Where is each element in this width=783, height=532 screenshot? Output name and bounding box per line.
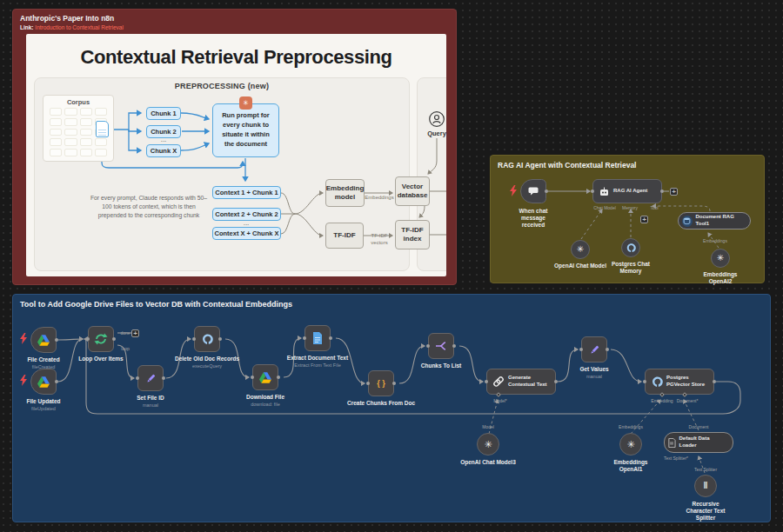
split-out-icon [435, 340, 447, 352]
port-model: Model [482, 424, 494, 429]
loop-icon [94, 332, 108, 346]
loop-done-plus-button[interactable]: + [131, 329, 139, 337]
n8n-canvas[interactable]: Anthropic's Paper Into n8n Link: Introdu… [0, 0, 783, 532]
node-loop-over-items[interactable] [88, 326, 114, 352]
node-chat-trigger[interactable] [520, 179, 546, 203]
sticky-note-tool[interactable]: Tool to Add Google Drive Files to Vector… [12, 294, 771, 522]
chat-trigger-label: When chat message received [511, 208, 556, 229]
port-document: Document [689, 424, 709, 429]
tfidf-index-box: TF-IDF index [395, 220, 430, 249]
node-openai-chat-model[interactable]: ✳ [571, 240, 590, 259]
extract-sub: Extract From Text File [294, 362, 340, 368]
node-generate-contextual-text[interactable]: Generate Contextual Text [486, 369, 556, 395]
context-ellipsis: ... [244, 222, 250, 225]
node-rag-ai-agent[interactable]: RAG AI Agent [592, 179, 662, 203]
postgres-icon [201, 333, 213, 345]
port-memory: Memory [622, 205, 638, 210]
node-get-values[interactable] [581, 336, 607, 362]
link-text[interactable]: Introduction to Contextual Retrieval [35, 24, 124, 30]
port-text-splitter: Text Splitter [694, 467, 717, 472]
node-create-chunks[interactable]: { } [368, 370, 394, 396]
delete-old-sub: executeQuery [192, 363, 222, 369]
pencil-icon [589, 344, 600, 356]
chunk-ellipsis: ... [161, 138, 167, 142]
preprocessing-header: PREPROCESSING (new) [175, 82, 269, 90]
set-file-id-sub: manual [143, 402, 158, 408]
openai-icon: ✳ [577, 245, 584, 254]
node-chunks-to-list[interactable] [428, 333, 454, 359]
node-openai-chat-model3[interactable]: ✳ [477, 433, 499, 456]
node-document-rag-tool[interactable]: Document RAG Tool1 [678, 212, 751, 229]
node-embeddings-openai2[interactable]: ✳ [711, 249, 730, 268]
loop-label: Loop Over Items [78, 356, 123, 362]
openai3-label: OpenAI Chat Model3 [460, 459, 516, 466]
selected-document-icon [96, 121, 109, 137]
claude-icon: ✳ [239, 96, 252, 110]
query-icon [428, 110, 445, 128]
postgres-icon [626, 243, 636, 253]
node-extract-document-text[interactable] [304, 325, 331, 351]
agent-tool-plus-button[interactable]: + [640, 216, 648, 223]
port-chat-model: Chat Model [593, 205, 616, 210]
port-document-star: Document* [677, 398, 699, 403]
agent-output-plus-button[interactable]: + [670, 188, 678, 196]
node-recursive-splitter[interactable]: ‖ [694, 475, 717, 497]
rag-note-title: RAG AI Agent with Contextual Retrieval [498, 161, 636, 170]
node-delete-old-doc-records[interactable] [194, 326, 220, 352]
robot-icon [599, 186, 610, 197]
data-loader-label: Default Data Loader [679, 436, 726, 449]
node-default-data-loader[interactable]: Default Data Loader [664, 432, 733, 453]
embeddings1-label: Embeddings OpenAI1 [612, 459, 650, 473]
download-file-sub: download: file [251, 402, 280, 407]
postgres-icon [651, 376, 663, 388]
file-icon [668, 438, 676, 448]
vector-database-box: Vector database [395, 176, 430, 206]
tool-note-title: Tool to Add Google Drive Files to Vector… [20, 300, 292, 309]
file-created-label: File Created [27, 356, 59, 363]
chunk-1-box: Chunk 1 [146, 107, 181, 120]
openai-icon: ✳ [626, 440, 634, 449]
node-embeddings-openai1[interactable]: ✳ [619, 433, 642, 456]
extract-label: Extract Document Text [287, 355, 348, 362]
node-postgres-pgvector-store[interactable]: Postgres PGVector Store [645, 369, 714, 395]
document-icon [312, 332, 323, 344]
node-set-file-id[interactable] [137, 365, 164, 391]
vector-db-tool-icon [683, 216, 691, 225]
node-file-updated[interactable] [30, 369, 57, 395]
delete-old-label: Delete Old Doc Records [175, 356, 239, 362]
paper-note-title: Anthropic's Paper Into n8n [20, 14, 114, 23]
run-prompt-box: Run prompt for every chunk to situate it… [212, 103, 279, 157]
sticky-note-rag[interactable]: RAG AI Agent with Contextual Retrieval W… [490, 155, 765, 283]
port-embedding: Embedding [651, 398, 673, 403]
openai-icon: ✳ [717, 254, 724, 263]
node-file-created[interactable] [30, 327, 57, 353]
chain-link-icon [492, 376, 505, 388]
chunks-to-list-label: Chunks To List [421, 362, 461, 369]
google-drive-icon [37, 376, 50, 388]
embedding-model-box: Embedding model [325, 179, 365, 207]
query-label: Query [427, 130, 446, 137]
trigger-bolt-icon [20, 333, 27, 344]
paper-note-link-line: Link: Introduction to Contextual Retriev… [20, 24, 124, 30]
link-label: Link: [20, 24, 34, 30]
port-loop: loop [121, 346, 129, 351]
chunk-x-box: Chunk X [146, 144, 181, 157]
google-drive-icon [37, 335, 50, 346]
trigger-bolt-icon [20, 375, 27, 386]
tfidf-box: TF-IDF [325, 223, 364, 249]
sticky-note-paper[interactable]: Anthropic's Paper Into n8n Link: Introdu… [12, 9, 457, 285]
corpus-label: Corpus [44, 98, 113, 106]
port-model-star: Model* [493, 398, 507, 403]
context-1-box: Context 1 + Chunk 1 [212, 186, 281, 199]
get-values-label: Get Values [579, 366, 608, 373]
google-drive-icon [259, 372, 271, 383]
context-x-box: Context X + Chunk X [212, 227, 281, 240]
port-embeddings: Embeddings [619, 424, 643, 429]
tfidf-vectors-edge-label: TF-IDF vectors [366, 233, 392, 247]
doc-tool-label: Document RAG Tool1 [696, 214, 744, 228]
postgres-chat-memory-label: Postgres Chat Memory [611, 261, 651, 275]
node-postgres-chat-memory[interactable] [621, 238, 640, 257]
diagram-title: Contextual Retrieval Preprocessing [26, 46, 446, 69]
node-download-file[interactable] [252, 364, 278, 390]
embeddings-openai2-label: Embeddings OpenAI2 [700, 271, 740, 285]
